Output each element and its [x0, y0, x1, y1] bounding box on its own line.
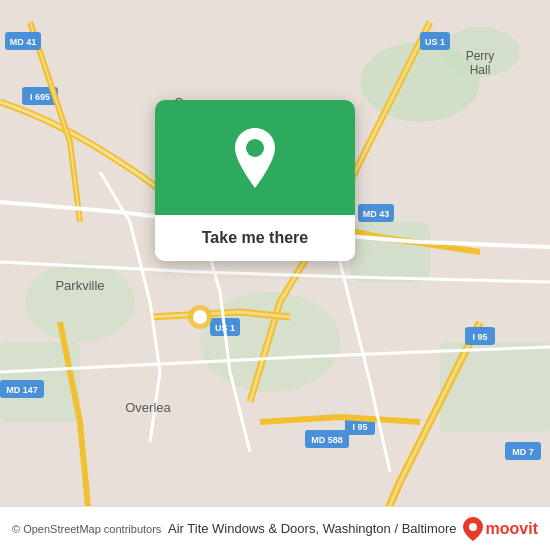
svg-point-29	[193, 310, 207, 324]
svg-text:I 95: I 95	[472, 332, 487, 342]
svg-text:I 695: I 695	[30, 92, 50, 102]
app-title: Air Tite Windows & Doors, Washington / B…	[168, 521, 457, 536]
bottom-right-section: Air Tite Windows & Doors, Washington / B…	[168, 517, 538, 541]
svg-text:Hall: Hall	[470, 63, 491, 77]
svg-point-4	[25, 262, 135, 342]
svg-rect-7	[440, 342, 550, 432]
svg-text:Perry: Perry	[466, 49, 495, 63]
svg-point-36	[469, 523, 477, 531]
svg-text:I 95: I 95	[352, 422, 367, 432]
svg-text:US 1: US 1	[425, 37, 445, 47]
popup-card: Take me there	[155, 100, 355, 261]
attribution-text: © OpenStreetMap contributors	[12, 523, 161, 535]
bottom-bar: © OpenStreetMap contributors Air Tite Wi…	[0, 506, 550, 550]
svg-text:Overlea: Overlea	[125, 400, 171, 415]
svg-text:Parkville: Parkville	[55, 278, 104, 293]
take-me-there-button[interactable]: Take me there	[155, 215, 355, 261]
svg-point-35	[246, 139, 264, 157]
svg-text:MD 147: MD 147	[6, 385, 38, 395]
location-pin-icon	[230, 128, 280, 188]
svg-text:MD 43: MD 43	[363, 209, 390, 219]
moovit-logo: moovit	[463, 517, 538, 541]
svg-text:MD 41: MD 41	[10, 37, 37, 47]
popup-green-area	[155, 100, 355, 215]
map-background: I 695 MD 41 US 1 MD 43 US 1 I 95 I 95 MD…	[0, 0, 550, 550]
moovit-pin-icon	[463, 517, 483, 541]
svg-text:MD 7: MD 7	[512, 447, 534, 457]
moovit-label: moovit	[486, 520, 538, 538]
svg-text:MD 588: MD 588	[311, 435, 343, 445]
map-container: I 695 MD 41 US 1 MD 43 US 1 I 95 I 95 MD…	[0, 0, 550, 550]
